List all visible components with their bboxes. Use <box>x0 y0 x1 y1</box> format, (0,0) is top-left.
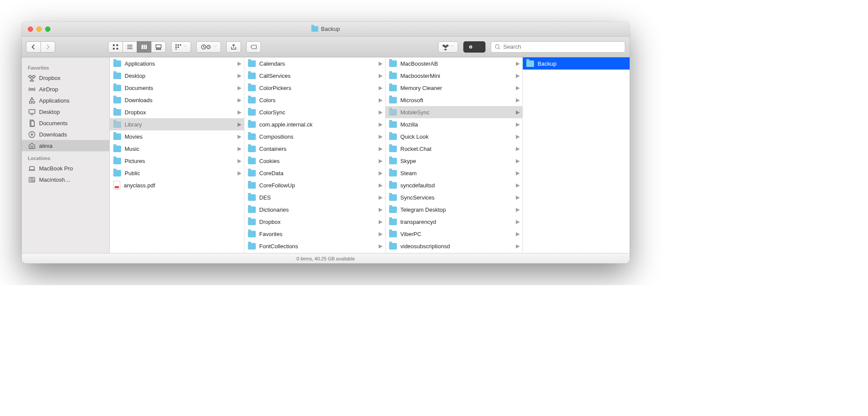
sidebar-item-documents[interactable]: Documents <box>22 117 109 129</box>
folder-row-library[interactable]: Library▶ <box>110 118 244 130</box>
folder-row-applications[interactable]: Applications▶ <box>110 57 244 70</box>
folder-icon <box>113 121 121 128</box>
folder-row-videosubscriptionsd[interactable]: videosubscriptionsd▶ <box>386 240 522 252</box>
folder-row-movies[interactable]: Movies▶ <box>110 130 244 143</box>
folder-row-coredata[interactable]: CoreData▶ <box>244 167 385 179</box>
folder-row-dropbox[interactable]: Dropbox▶ <box>110 106 244 118</box>
view-gallery-button[interactable] <box>151 41 166 53</box>
folder-row-downloads[interactable]: Downloads▶ <box>110 94 244 106</box>
item-name: ColorPickers <box>259 85 375 91</box>
folder-row-mobilesync[interactable]: MobileSync▶ <box>386 106 522 118</box>
folder-row-skype[interactable]: Skype▶ <box>386 155 522 167</box>
folder-row-desktop[interactable]: Desktop▶ <box>110 70 244 82</box>
column-1[interactable]: Applications▶Desktop▶Documents▶Downloads… <box>110 57 244 253</box>
folder-row-memory-cleaner[interactable]: Memory Cleaner▶ <box>386 82 522 94</box>
sidebar-item-dropbox[interactable]: Dropbox <box>22 72 109 83</box>
folder-row-colors[interactable]: Colors▶ <box>244 94 385 106</box>
view-list-button[interactable] <box>122 41 137 53</box>
forward-button[interactable] <box>40 41 55 53</box>
sidebar-heading-locations: Locations <box>22 151 109 163</box>
folder-row-syncdefaultsd[interactable]: syncdefaultsd▶ <box>386 179 522 191</box>
share-button[interactable] <box>226 41 241 53</box>
folder-row-documents[interactable]: Documents▶ <box>110 82 244 94</box>
folder-row-compositions[interactable]: Compositions▶ <box>244 130 385 143</box>
column-2[interactable]: Calendars▶CallServices▶ColorPickers▶Colo… <box>244 57 386 253</box>
chevron-right-icon: ▶ <box>378 60 383 67</box>
folder-row-viberpc[interactable]: ViberPC▶ <box>386 228 522 240</box>
sidebar-item-applications[interactable]: Applications <box>22 95 109 106</box>
search-field[interactable] <box>491 41 625 53</box>
chevron-right-icon: ▶ <box>237 158 241 164</box>
search-icon <box>495 44 501 50</box>
sidebar-item-label: Dropbox <box>39 75 60 81</box>
folder-icon <box>248 231 256 237</box>
item-name: Compositions <box>259 133 375 140</box>
chevron-right-icon: ▶ <box>515 60 520 67</box>
folder-row-syncservices[interactable]: SyncServices▶ <box>386 191 522 203</box>
sidebar-item-alexa[interactable]: alexa <box>22 140 109 151</box>
item-name: Library <box>125 121 234 128</box>
folder-icon <box>389 85 397 91</box>
svg-rect-5 <box>144 45 145 49</box>
search-input[interactable] <box>503 43 621 50</box>
folder-row-pictures[interactable]: Pictures▶ <box>110 155 244 167</box>
folder-row-des[interactable]: DES▶ <box>244 191 385 203</box>
item-name: CoreFollowUp <box>259 182 375 189</box>
folder-row-colorpickers[interactable]: ColorPickers▶ <box>244 82 385 94</box>
folder-row-dropbox[interactable]: Dropbox▶ <box>244 216 385 228</box>
folder-row-favorites[interactable]: Favorites▶ <box>244 228 385 240</box>
folder-row-colorsync[interactable]: ColorSync▶ <box>244 106 385 118</box>
folder-row-containers[interactable]: Containers▶ <box>244 143 385 155</box>
arrange-button[interactable]: ﹀ <box>171 41 191 53</box>
folder-row-music[interactable]: Music▶ <box>110 143 244 155</box>
folder-row-public[interactable]: Public▶ <box>110 167 244 179</box>
home-icon <box>28 142 36 150</box>
dropbox-toolbar-button[interactable]: ﹀ <box>438 41 458 53</box>
folder-row-com-apple-internal-ck[interactable]: com.apple.internal.ck▶ <box>244 118 385 130</box>
apps-icon <box>28 97 36 104</box>
tags-button[interactable] <box>246 41 261 53</box>
folder-row-callservices[interactable]: CallServices▶ <box>244 70 385 82</box>
view-column-button[interactable] <box>137 41 152 53</box>
folder-row-backup[interactable]: Backup <box>523 57 630 70</box>
back-button[interactable] <box>26 41 41 53</box>
folder-icon <box>389 231 397 237</box>
chevron-right-icon: ▶ <box>515 73 520 79</box>
chevron-right-icon: ▶ <box>515 194 520 200</box>
folder-icon <box>248 206 256 213</box>
folder-row-macboostermini[interactable]: MacboosterMini▶ <box>386 70 522 82</box>
folder-row-macboosterab[interactable]: MacBoosterAB▶ <box>386 57 522 70</box>
folder-row-calendars[interactable]: Calendars▶ <box>244 57 385 70</box>
folder-row-corefollowup[interactable]: CoreFollowUp▶ <box>244 179 385 191</box>
sidebar-item-macbook-pro[interactable]: MacBook Pro <box>22 163 109 174</box>
folder-icon <box>389 206 397 213</box>
column-4[interactable]: Backup <box>523 57 630 253</box>
folder-row-mozilla[interactable]: Mozilla▶ <box>386 118 522 130</box>
privacy-toolbar-button[interactable]: ﹀ <box>463 41 485 53</box>
folder-icon <box>389 158 397 164</box>
folder-row-dictionaries[interactable]: Dictionaries▶ <box>244 203 385 216</box>
folder-row-transparencyd[interactable]: transparencyd▶ <box>386 216 522 228</box>
folder-row-telegram-desktop[interactable]: Telegram Desktop▶ <box>386 203 522 216</box>
svg-rect-9 <box>158 49 159 50</box>
sidebar-item-macintosh-[interactable]: Macintosh… <box>22 174 109 185</box>
folder-icon <box>526 60 534 67</box>
view-icon-button[interactable] <box>108 41 123 53</box>
folder-row-steam[interactable]: Steam▶ <box>386 167 522 179</box>
sidebar-item-downloads[interactable]: Downloads <box>22 129 109 140</box>
sidebar-item-label: Applications <box>39 97 69 104</box>
chevron-right-icon: ▶ <box>378 97 383 103</box>
folder-icon <box>389 109 397 116</box>
column-3[interactable]: MacBoosterAB▶MacboosterMini▶Memory Clean… <box>386 57 523 253</box>
file-row-anyclass-pdf[interactable]: anyclass.pdf <box>110 179 244 191</box>
folder-row-microsoft[interactable]: Microsoft▶ <box>386 94 522 106</box>
svg-rect-6 <box>145 45 147 49</box>
sidebar-item-airdrop[interactable]: AirDrop <box>22 83 109 95</box>
item-name: Applications <box>125 60 234 67</box>
sidebar-item-desktop[interactable]: Desktop <box>22 106 109 117</box>
folder-row-quick-look[interactable]: Quick Look▶ <box>386 130 522 143</box>
folder-row-cookies[interactable]: Cookies▶ <box>244 155 385 167</box>
folder-row-rocket-chat[interactable]: Rocket.Chat▶ <box>386 143 522 155</box>
action-menu-button[interactable]: ⚙︎﹀ <box>196 41 221 53</box>
folder-row-fontcollections[interactable]: FontCollections▶ <box>244 240 385 252</box>
